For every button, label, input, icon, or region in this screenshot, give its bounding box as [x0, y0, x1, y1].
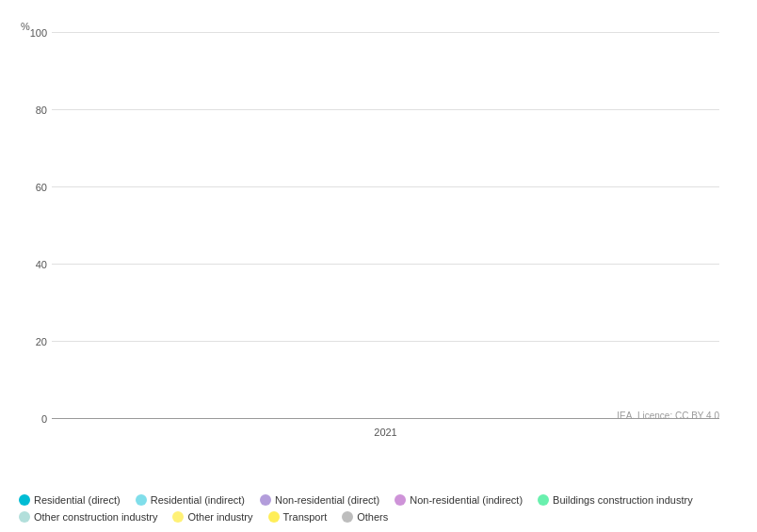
legend-label: Residential (indirect) — [151, 494, 245, 506]
legend-item: Others — [342, 511, 388, 523]
y-tick-label: 0 — [41, 413, 47, 425]
license-text: IEA. Licence: CC BY 4.0 — [617, 411, 719, 421]
legend-item: Non-residential (indirect) — [395, 494, 523, 506]
legend-item: Residential (direct) — [19, 494, 121, 506]
chart-area: 0204060801002021 — [52, 33, 719, 419]
legend-swatch — [172, 511, 184, 523]
chart-container: % 0204060801002021 IEA. Licence: CC BY 4… — [0, 0, 757, 532]
legend-label: Non-residential (direct) — [275, 494, 379, 506]
legend: Residential (direct)Residential (indirec… — [19, 494, 738, 523]
legend-swatch — [19, 494, 30, 506]
legend-swatch — [342, 511, 353, 523]
y-tick-label: 20 — [36, 336, 47, 347]
legend-item: Transport — [268, 511, 328, 523]
legend-swatch — [260, 494, 271, 506]
x-tick-label: 2021 — [374, 427, 396, 438]
y-tick-label: 100 — [30, 27, 47, 39]
legend-label: Other industry — [187, 511, 252, 523]
legend-item: Buildings construction industry — [538, 494, 693, 506]
legend-swatch — [538, 494, 549, 506]
legend-label: Transport — [283, 511, 328, 523]
legend-label: Residential (direct) — [34, 494, 121, 506]
legend-item: Non-residential (direct) — [260, 494, 379, 506]
legend-swatch — [268, 511, 280, 523]
y-axis-label: % — [21, 21, 30, 32]
legend-item: Other construction industry — [19, 511, 157, 523]
legend-label: Other construction industry — [34, 511, 157, 523]
legend-swatch — [19, 511, 30, 523]
legend-label: Others — [357, 511, 388, 523]
legend-label: Buildings construction industry — [553, 494, 693, 506]
y-tick-label: 60 — [36, 182, 47, 193]
legend-item: Other industry — [172, 511, 252, 523]
y-tick-label: 80 — [36, 105, 47, 116]
legend-label: Non-residential (indirect) — [410, 494, 523, 506]
y-tick-label: 40 — [36, 259, 47, 270]
legend-swatch — [395, 494, 406, 506]
legend-swatch — [136, 494, 147, 506]
bars-area: 0204060801002021 — [52, 33, 719, 419]
legend-item: Residential (indirect) — [136, 494, 245, 506]
